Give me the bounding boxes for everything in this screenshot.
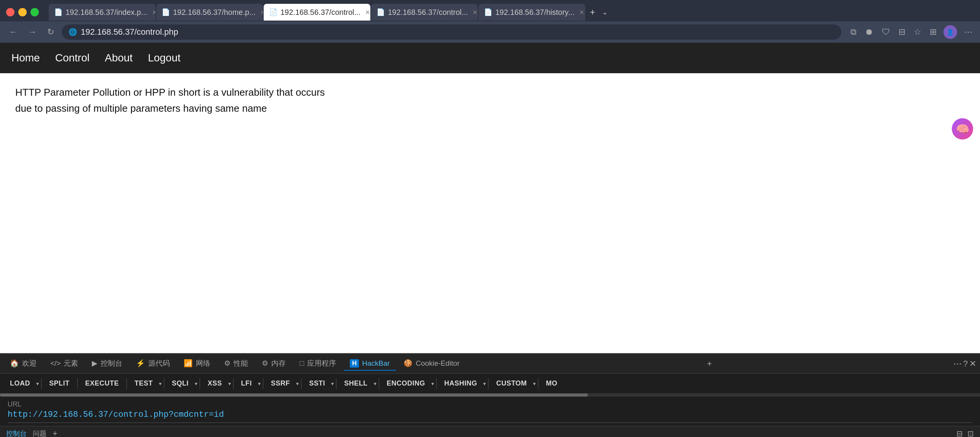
address-input-wrap[interactable]: 🌐 192.168.56.37/control.php (62, 24, 841, 40)
elements-label: 元素 (64, 358, 78, 368)
hackbar-hashing-button[interactable]: HASHING (439, 377, 483, 390)
tab-expand-button[interactable]: ⌄ (600, 6, 610, 18)
hackbar-xss-button[interactable]: XSS (202, 377, 227, 390)
devtools-tab-application[interactable]: □ 应用程序 (293, 356, 342, 371)
tab-bar: 📄 192.168.56.37/index.p... ✕ 📄 192.168.5… (0, 0, 980, 21)
new-tab-button[interactable]: + (586, 5, 599, 19)
network-icon: 📶 (184, 359, 193, 368)
bookmark-icon[interactable]: ☆ (912, 26, 923, 39)
tab-3[interactable]: 📄 192.168.56.37/control... ✕ (264, 4, 370, 21)
xss-chevron[interactable]: ▾ (228, 381, 231, 387)
application-label: 应用程序 (307, 358, 336, 368)
hackbar-encoding-button[interactable]: ENCODING (381, 377, 431, 390)
url-value[interactable]: http://192.168.56.37/control.php?cmdcntr… (8, 410, 972, 419)
shield-icon[interactable]: 🛡 (880, 26, 892, 39)
forward-button[interactable]: → (25, 26, 40, 39)
shell-chevron[interactable]: ▾ (374, 381, 376, 387)
devtools-help-button[interactable]: ? (963, 359, 968, 369)
hackbar-custom-button[interactable]: CUSTOM (491, 377, 532, 390)
custom-chevron[interactable]: ▾ (533, 381, 536, 387)
hackbar-execute-button[interactable]: EXECUTE (80, 377, 125, 390)
devtools-tab-welcome[interactable]: 🏠 欢迎 (4, 356, 43, 371)
memory-icon: ⚙ (262, 359, 268, 368)
hackbar-lfi-button[interactable]: LFI (236, 377, 258, 390)
bottom-add-button[interactable]: + (53, 429, 58, 437)
tab-2[interactable]: 📄 192.168.56.37/home.p... ✕ (156, 4, 263, 21)
hackbar-more-button[interactable]: MO (541, 377, 563, 390)
bottom-maximize-icon[interactable]: ⊡ (967, 429, 974, 437)
tab-2-icon: 📄 (162, 8, 170, 16)
hackbar-scrollbar[interactable] (0, 394, 980, 397)
sqli-chevron[interactable]: ▾ (195, 381, 197, 387)
tab-1-close[interactable]: ✕ (152, 9, 155, 16)
hackbar-sqli-button[interactable]: SQLI (167, 377, 194, 390)
devtools-close-button[interactable]: ✕ (969, 359, 976, 369)
hackbar-ssrf-button[interactable]: SSRF (266, 377, 295, 390)
floating-brain-icon[interactable]: 🧠 (952, 118, 973, 140)
tab-5-close[interactable]: ✕ (579, 9, 584, 16)
lfi-chevron[interactable]: ▾ (258, 381, 261, 387)
tab-4[interactable]: 📄 192.168.56.37/control... ✕ (371, 4, 478, 21)
console-icon: ▶ (92, 359, 98, 368)
content-line-1: HTTP Parameter Pollution or HPP in short… (15, 85, 965, 101)
tab-5[interactable]: 📄 192.168.56.37/history... ✕ (479, 4, 585, 21)
nav-logout[interactable]: Logout (148, 49, 181, 67)
devtools-add-tab[interactable]: + (707, 359, 712, 369)
hashing-chevron[interactable]: ▾ (483, 381, 486, 387)
encoding-chevron[interactable]: ▾ (431, 381, 434, 387)
site-navigation: Home Control About Logout (0, 43, 980, 73)
hackbar-test-button[interactable]: TEST (129, 377, 158, 390)
performance-icon: ⚙ (224, 359, 231, 368)
devtools-tabs: 🏠 欢迎 </> 元素 ▶ 控制台 ⚡ 源代码 📶 网络 ⚙ 性能 ⚙ 内存 □ (0, 354, 980, 374)
devtools-tab-source[interactable]: ⚡ 源代码 (130, 356, 176, 371)
test-chevron[interactable]: ▾ (159, 381, 162, 387)
devtools-tab-performance[interactable]: ⚙ 性能 (218, 356, 254, 371)
reload-button[interactable]: ↻ (44, 26, 57, 39)
more-icon[interactable]: ⋯ (962, 26, 974, 39)
nav-home[interactable]: Home (11, 49, 40, 67)
separator-13 (538, 378, 538, 389)
hackbar-ssti-button[interactable]: SSTI (304, 377, 330, 390)
ssrf-chevron[interactable]: ▾ (296, 381, 299, 387)
maximize-button[interactable] (30, 8, 39, 16)
collection-icon[interactable]: ⊞ (928, 26, 938, 39)
welcome-label: 欢迎 (22, 358, 37, 368)
hackbar-load-button[interactable]: LOAD (5, 377, 35, 390)
tab-3-close[interactable]: ✕ (365, 9, 370, 16)
record-icon[interactable]: ⏺ (863, 26, 875, 39)
bottom-issues-tab[interactable]: 问题 (33, 429, 46, 437)
minimize-button[interactable] (18, 8, 27, 16)
devtools-tab-memory[interactable]: ⚙ 内存 (256, 356, 292, 371)
ssti-chevron[interactable]: ▾ (331, 381, 334, 387)
load-chevron[interactable]: ▾ (36, 381, 39, 387)
devtools-more-button[interactable]: ⋯ (953, 359, 962, 369)
devtools-tab-console[interactable]: ▶ 控制台 (86, 356, 128, 371)
hackbar-split-button[interactable]: SPLIT (44, 377, 75, 390)
split-view-icon[interactable]: ⊟ (897, 26, 907, 39)
welcome-icon: 🏠 (10, 359, 19, 368)
hackbar-toolbar: LOAD ▾ SPLIT EXECUTE TEST ▾ SQLI ▾ XSS ▾… (0, 374, 980, 394)
url-line: URL http://192.168.56.37/control.php?cmd… (8, 400, 972, 423)
hackbar-shell-button[interactable]: SHELL (339, 377, 373, 390)
main-content: HTTP Parameter Pollution or HPP in short… (0, 73, 980, 188)
source-label: 源代码 (148, 358, 170, 368)
hackbar-scrollbar-thumb (0, 394, 588, 397)
extensions-icon[interactable]: ⧉ (849, 26, 858, 39)
browser-chrome: 📄 192.168.56.37/index.p... ✕ 📄 192.168.5… (0, 0, 980, 43)
tab-2-close[interactable]: ✕ (260, 9, 263, 16)
bottom-console-tab[interactable]: 控制台 (6, 429, 27, 437)
separator-12 (488, 378, 488, 389)
devtools-tab-elements[interactable]: </> 元素 (44, 356, 84, 371)
avatar[interactable]: 👤 (943, 25, 957, 39)
back-button[interactable]: ← (6, 26, 21, 39)
tab-4-close[interactable]: ✕ (472, 9, 477, 16)
nav-control[interactable]: Control (55, 49, 90, 67)
devtools-tab-network[interactable]: 📶 网络 (178, 356, 216, 371)
bottom-split-icon[interactable]: ⊟ (956, 429, 963, 437)
tab-icon: 📄 (54, 8, 62, 16)
devtools-tab-cookie[interactable]: 🍪 Cookie-Editor (397, 357, 466, 371)
nav-about[interactable]: About (105, 49, 133, 67)
close-button[interactable] (6, 8, 14, 16)
devtools-tab-hackbar[interactable]: H HackBar (344, 357, 396, 371)
tab-1[interactable]: 📄 192.168.56.37/index.p... ✕ (49, 4, 155, 21)
